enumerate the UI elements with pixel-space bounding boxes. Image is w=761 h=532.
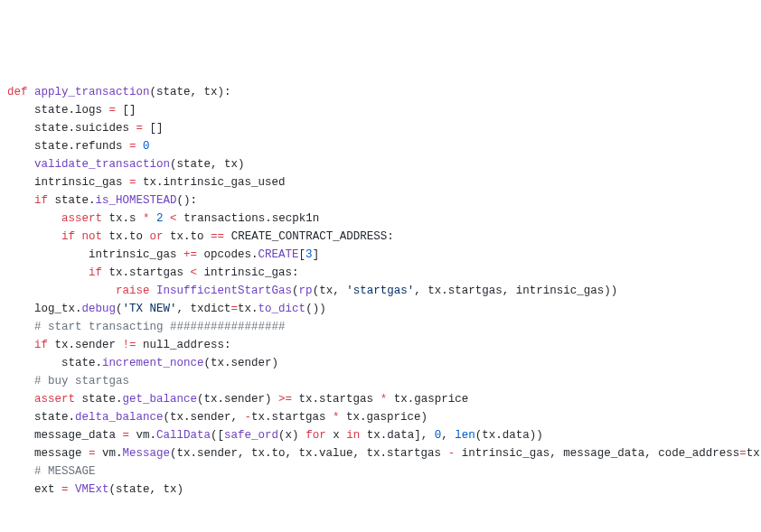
code-line: message = vm.Message(tx.sender, tx.to, t…	[7, 444, 754, 462]
code-line: assert tx.s * 2 < transactions.secpk1n	[7, 210, 754, 228]
code-line: raise InsufficientStartGas(rp(tx, 'start…	[7, 282, 754, 300]
code-line: if tx.startgas < intrinsic_gas:	[7, 264, 754, 282]
code-comment: # MESSAGE	[7, 462, 754, 481]
code-line: intrinsic_gas += opcodes.CREATE[3]	[7, 246, 754, 264]
code-comment: # buy startgas	[7, 372, 754, 390]
code-line: ext = VMExt(state, tx)	[7, 481, 754, 499]
code-line: if not tx.to or tx.to == CREATE_CONTRACT…	[7, 228, 754, 246]
keyword-def: def	[7, 86, 28, 98]
code-line: def apply_transaction(state, tx):	[7, 83, 754, 101]
code-line: if state.is_HOMESTEAD():	[7, 191, 754, 210]
code-line: state.suicides = []	[7, 119, 754, 137]
code-block: def apply_transaction(state, tx): state.…	[7, 83, 754, 499]
code-line: assert state.get_balance(tx.sender) >= t…	[7, 390, 754, 408]
code-line: intrinsic_gas = tx.intrinsic_gas_used	[7, 173, 754, 191]
code-line: state.refunds = 0	[7, 137, 754, 155]
function-name: apply_transaction	[34, 86, 150, 98]
code-line: message_data = vm.CallData([safe_ord(x) …	[7, 426, 754, 444]
code-line: state.logs = []	[7, 101, 754, 119]
code-line: validate_transaction(state, tx)	[7, 155, 754, 173]
code-line: state.increment_nonce(tx.sender)	[7, 354, 754, 372]
code-line: if tx.sender != null_address:	[7, 336, 754, 354]
code-line: state.delta_balance(tx.sender, -tx.start…	[7, 408, 754, 426]
code-line: log_tx.debug('TX NEW', txdict=tx.to_dict…	[7, 300, 754, 318]
code-comment: # start transacting #################	[7, 318, 754, 336]
